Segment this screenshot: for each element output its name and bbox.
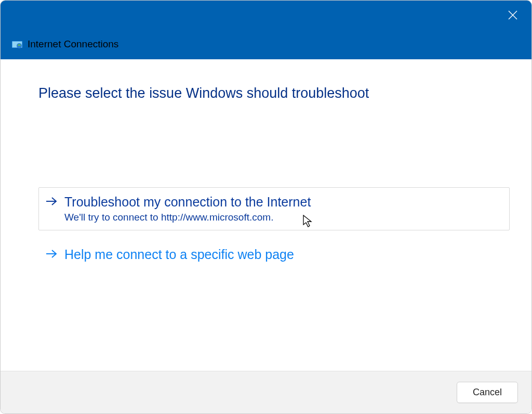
option-specific-webpage[interactable]: Help me connect to a specific web page bbox=[38, 240, 510, 270]
option-text: Troubleshoot my connection to the Intern… bbox=[64, 193, 311, 223]
option-title: Troubleshoot my connection to the Intern… bbox=[64, 193, 311, 211]
cancel-button[interactable]: Cancel bbox=[457, 382, 518, 403]
content-area: Please select the issue Windows should t… bbox=[1, 59, 531, 364]
network-troubleshoot-icon bbox=[12, 39, 22, 49]
option-troubleshoot-internet[interactable]: Troubleshoot my connection to the Intern… bbox=[38, 187, 510, 230]
titlebar: Internet Connections bbox=[1, 1, 531, 59]
titlebar-content: Internet Connections bbox=[12, 38, 118, 50]
close-button[interactable] bbox=[506, 8, 520, 22]
option-subtitle: We'll try to connect to http://www.micro… bbox=[64, 212, 311, 223]
page-heading: Please select the issue Windows should t… bbox=[38, 85, 510, 101]
window-title: Internet Connections bbox=[28, 38, 118, 50]
option-text: Help me connect to a specific web page bbox=[64, 246, 294, 263]
arrow-right-icon bbox=[46, 197, 57, 208]
footer: Cancel bbox=[1, 371, 531, 413]
option-title: Help me connect to a specific web page bbox=[64, 246, 294, 263]
arrow-right-icon bbox=[46, 249, 57, 261]
